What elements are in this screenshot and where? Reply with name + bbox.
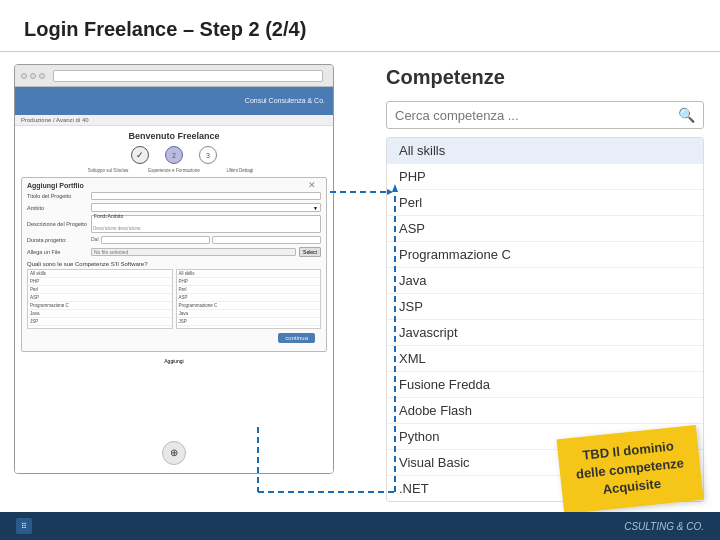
mockup-form-row-title: Titolo del Progetto — [27, 192, 321, 200]
comp-item: All skills — [177, 270, 321, 278]
competenze-title: Competenze — [386, 66, 704, 89]
mockup-aggiungi-button[interactable]: ⊕ — [162, 441, 186, 465]
mockup-label-ambito: Ambito — [27, 205, 87, 211]
mockup-close-button[interactable]: ✕ — [308, 180, 316, 190]
mockup-form-row-desc: Descrizione del Progetto Descrizione des… — [27, 215, 321, 233]
left-panel: Consul Consulenza & Co. Produzione / Ava… — [0, 52, 370, 537]
step-label-2: Esperienze e Formazione — [144, 168, 204, 173]
bottom-bar-brand: CSULTING & CO. — [624, 521, 704, 532]
comp-item: Java — [177, 310, 321, 318]
mockup-form-box: Aggiungi Portflio ✕ Titolo del Progetto … — [21, 177, 327, 352]
mockup-comp-col-2: All skills PHP Perl ASP Programmazione C… — [176, 269, 322, 329]
bottom-bar-logo: ⠿ — [16, 518, 32, 534]
skill-item-all[interactable]: All skills — [387, 138, 703, 164]
search-icon: 🔍 — [678, 107, 695, 123]
skill-item-perl[interactable]: Perl — [387, 190, 703, 216]
skill-item-php[interactable]: PHP — [387, 164, 703, 190]
mockup-header-text: Consul Consulenza & Co. — [245, 97, 325, 105]
mockup-step-2: 2 — [165, 146, 183, 164]
step-label-1: Sviluppo sul Sito/aw — [78, 168, 138, 173]
tbd-line3: Acquisite — [602, 477, 662, 498]
comp-item: JSP — [177, 318, 321, 326]
skill-item-javascript[interactable]: Javascript — [387, 320, 703, 346]
mockup-label-file: Allega un File — [27, 249, 87, 255]
browser-dot-2 — [30, 73, 36, 79]
tbd-sticker: TBD Il dominio delle competenze Acquisit… — [556, 425, 703, 514]
mockup-select-ambito[interactable]: Fondi Ambito ▼ — [91, 203, 321, 212]
mockup-label-desc: Descrizione del Progetto — [27, 221, 87, 227]
comp-item: Perl — [28, 286, 172, 294]
mockup-step-3: 3 — [199, 146, 217, 164]
skill-item-java[interactable]: Java — [387, 268, 703, 294]
mockup-steps: ✓ 2 3 — [15, 144, 333, 168]
browser-dot-1 — [21, 73, 27, 79]
mockup-form-row-durata: Durata progetto: Dal — [27, 236, 321, 244]
skill-item-fusione-fredda[interactable]: Fusione Fredda — [387, 372, 703, 398]
browser-toolbar — [15, 65, 333, 87]
comp-item: PHP — [28, 278, 172, 286]
skill-item-xml[interactable]: XML — [387, 346, 703, 372]
page-header: Login Freelance – Step 2 (2/4) — [0, 0, 720, 52]
mockup-comp-col-1: All skills PHP Perl ASP Programmazione C… — [27, 269, 173, 329]
bottom-bar: ⠿ CSULTING & CO. — [0, 512, 720, 540]
mockup-aggiungi-label: Aggiungi — [164, 358, 183, 364]
mockup-input-al[interactable] — [212, 236, 321, 244]
skill-item-programmazione-c[interactable]: Programmazione C — [387, 242, 703, 268]
browser-mockup: Consul Consulenza & Co. Produzione / Ava… — [14, 64, 334, 474]
skill-item-adobe-flash[interactable]: Adobe Flash — [387, 398, 703, 424]
comp-item: Perl — [177, 286, 321, 294]
search-box: 🔍 — [386, 101, 704, 129]
mockup-step-title: Benvenuto Freelance — [15, 126, 333, 144]
page-title: Login Freelance – Step 2 (2/4) — [24, 18, 306, 40]
comp-item: PHP — [177, 278, 321, 286]
mockup-input-dal[interactable] — [101, 236, 210, 244]
mockup-competenze-table: All skills PHP Perl ASP Programmazione C… — [27, 269, 321, 329]
mockup-input-title[interactable] — [91, 192, 321, 200]
comp-item: ASP — [28, 294, 172, 302]
mockup-step-1: ✓ — [131, 146, 149, 164]
comp-item: Programmazione C — [177, 302, 321, 310]
step-check-icon: ✓ — [136, 150, 144, 160]
right-panel: Competenze 🔍 All skills PHP Perl ASP Pro… — [370, 52, 720, 537]
mockup-step-labels: Sviluppo sul Sito/aw Esperienze e Formaz… — [15, 168, 333, 177]
browser-dot-3 — [39, 73, 45, 79]
comp-item: ASP — [177, 294, 321, 302]
comp-item: Java — [28, 310, 172, 318]
mockup-competenze-label: Quali sono le sue Competenze S'Il Softwa… — [27, 261, 321, 267]
mockup-file-input[interactable]: No file selected — [91, 248, 296, 256]
mockup-label-durata: Durata progetto: — [27, 237, 87, 243]
comp-item: All skills — [28, 270, 172, 278]
step-label-3: Ultimi Dettagi — [210, 168, 270, 173]
comp-item: JSP — [28, 318, 172, 326]
main-content: Consul Consulenza & Co. Produzione / Ava… — [0, 52, 720, 537]
mockup-label-title: Titolo del Progetto — [27, 193, 87, 199]
mockup-form-row-file: Allega un File No file selected Select — [27, 247, 321, 257]
mockup-breadcrumb: Produzione / Avanzi di 40 — [15, 115, 333, 126]
mockup-form-title: Aggiungi Portflio — [27, 182, 321, 189]
mockup-continue-button[interactable]: continua — [278, 333, 315, 343]
comp-item: Programmazione C — [28, 302, 172, 310]
mockup-select-file-button[interactable]: Select — [299, 247, 321, 257]
browser-addressbar — [53, 70, 323, 82]
browser-dots — [21, 73, 45, 79]
mockup-footer: continua — [27, 329, 321, 347]
skill-item-asp[interactable]: ASP — [387, 216, 703, 242]
browser-content: Consul Consulenza & Co. Produzione / Ava… — [15, 87, 333, 473]
search-input[interactable] — [395, 108, 678, 123]
mockup-form-row-ambito: Ambito Fondi Ambito ▼ — [27, 203, 321, 212]
mockup-header: Consul Consulenza & Co. — [15, 87, 333, 115]
mockup-textarea-desc[interactable]: Descrizione descrizione — [91, 215, 321, 233]
skill-item-jsp[interactable]: JSP — [387, 294, 703, 320]
